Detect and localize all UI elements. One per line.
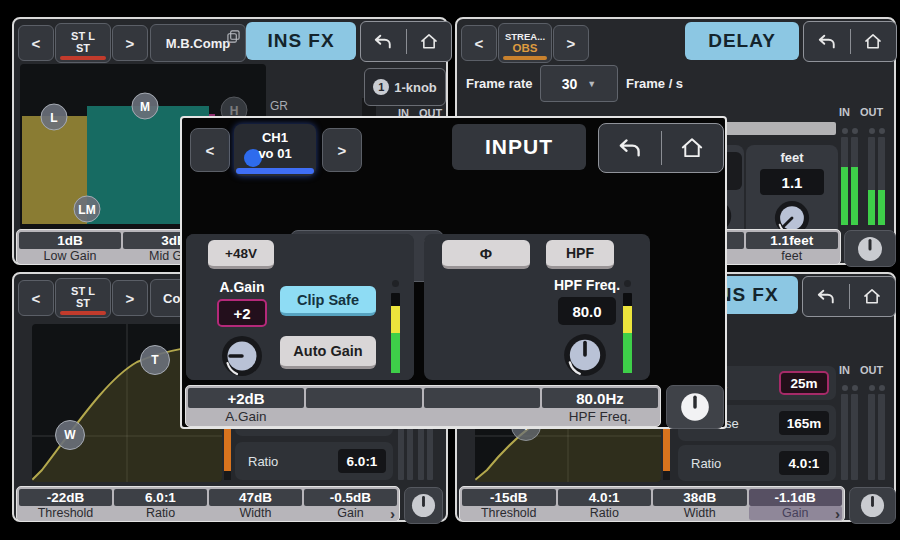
touch-knob-button[interactable] bbox=[849, 487, 896, 524]
frame-rate-dropdown[interactable]: 30 ▼ bbox=[540, 65, 618, 102]
preamp-section: +48V A.Gain +2 Clip Safe Auto Gain bbox=[186, 234, 414, 380]
param-label-gain: Gain bbox=[749, 506, 843, 520]
tab-underline-orange bbox=[503, 56, 547, 60]
fx-name-button[interactable]: M.B.Comp bbox=[150, 24, 246, 62]
back-button[interactable] bbox=[599, 124, 661, 172]
channel-tab[interactable]: ST L ST bbox=[55, 23, 111, 63]
knob-icon bbox=[411, 493, 436, 518]
next-channel-button[interactable]: > bbox=[112, 280, 148, 316]
param-label: HPF Freq. bbox=[542, 408, 658, 424]
again-knob[interactable] bbox=[220, 334, 264, 378]
out-meter bbox=[868, 394, 875, 480]
undo-arrow-icon bbox=[616, 137, 644, 160]
more-params-chevron-icon[interactable]: › bbox=[835, 507, 840, 520]
ratio-row-value[interactable]: 4.0:1 bbox=[779, 451, 829, 475]
feet-value-box[interactable]: 1.1 bbox=[760, 169, 824, 195]
prev-channel-button[interactable]: < bbox=[190, 128, 230, 172]
next-channel-button[interactable]: > bbox=[322, 128, 362, 172]
touch-knob-button[interactable] bbox=[844, 230, 896, 267]
lowmid-crossover-handle[interactable]: LM bbox=[74, 196, 101, 223]
param-summary-bar[interactable]: +2dB 80.0Hz A.Gain HPF Freq. bbox=[185, 385, 661, 427]
in-meter bbox=[851, 137, 858, 225]
meter-peak-dot bbox=[869, 385, 875, 391]
touch-knob-button[interactable] bbox=[404, 487, 443, 524]
back-home-group bbox=[360, 21, 452, 62]
undo-arrow-icon bbox=[815, 288, 837, 306]
param-label: Width bbox=[653, 506, 747, 520]
in-meter bbox=[841, 394, 848, 480]
channel-tab[interactable]: STREA... OBS bbox=[498, 23, 552, 63]
frame-unit-label: Frame / s bbox=[626, 76, 683, 91]
ratio-row-value[interactable]: 6.0:1 bbox=[338, 449, 386, 473]
param-value: 1dB bbox=[19, 232, 121, 249]
low-band-handle[interactable]: L bbox=[41, 104, 68, 131]
in-meter bbox=[851, 394, 858, 480]
prev-channel-button[interactable]: < bbox=[18, 280, 54, 316]
touch-knob-button[interactable] bbox=[666, 385, 724, 429]
param-value: 1.1feet bbox=[746, 232, 839, 249]
auto-gain-button[interactable]: Auto Gain bbox=[280, 336, 376, 369]
channel-select-button[interactable]: CH1 vo 01 bbox=[234, 124, 316, 176]
channel-tab-line2: OBS bbox=[513, 42, 538, 54]
again-label: A.Gain bbox=[210, 279, 274, 295]
home-button[interactable] bbox=[407, 22, 452, 61]
page-title-delay: DELAY bbox=[685, 22, 799, 60]
meter-peak-dot bbox=[879, 385, 885, 391]
threshold-handle[interactable]: T bbox=[140, 345, 170, 375]
channel-tab[interactable]: ST L ST bbox=[55, 278, 111, 318]
again-value-box[interactable]: +2 bbox=[217, 299, 267, 327]
dialog-title: INPUT bbox=[452, 124, 586, 170]
gr-label: GR bbox=[270, 99, 288, 113]
tab-underline-red bbox=[60, 56, 106, 60]
next-channel-button[interactable]: > bbox=[112, 25, 148, 61]
feet-label: feet bbox=[746, 150, 838, 165]
channel-selected-underline bbox=[236, 168, 314, 174]
channel-id: CH1 bbox=[234, 130, 316, 146]
mixer-screen: < ST L ST > M.B.Comp INS FX bbox=[0, 0, 900, 540]
back-button[interactable] bbox=[803, 277, 849, 316]
meter-peak-dot bbox=[624, 280, 631, 287]
fx-name-label: M.B.Comp bbox=[166, 36, 230, 51]
attack-row-value[interactable]: 25m bbox=[779, 371, 829, 395]
in-meter bbox=[841, 137, 848, 225]
channel-name: vo 01 bbox=[234, 146, 316, 162]
clip-safe-button[interactable]: Clip Safe bbox=[280, 286, 376, 316]
param-label: feet bbox=[746, 249, 839, 263]
more-params-chevron-icon[interactable]: › bbox=[390, 507, 395, 520]
home-button[interactable] bbox=[850, 277, 896, 316]
home-icon bbox=[679, 136, 705, 160]
prev-channel-button[interactable]: < bbox=[461, 25, 497, 61]
param-label: Width bbox=[209, 506, 302, 520]
next-channel-button[interactable]: > bbox=[553, 25, 589, 61]
hpf-freq-knob[interactable] bbox=[562, 332, 608, 378]
out-label: OUT bbox=[860, 106, 883, 118]
param-summary-bar[interactable]: -15dB 4.0:1 38dB -1.1dB Threshold Ratio … bbox=[459, 486, 845, 522]
hpf-button[interactable]: HPF bbox=[546, 240, 614, 269]
home-button[interactable] bbox=[851, 22, 897, 61]
param-value: +2dB bbox=[188, 388, 304, 408]
gr-meter-fill bbox=[224, 427, 231, 471]
param-label: Threshold bbox=[462, 506, 556, 520]
home-button[interactable] bbox=[662, 124, 724, 172]
one-icon: 1 bbox=[373, 79, 389, 95]
meter-peak-dot bbox=[842, 128, 848, 134]
back-home-group bbox=[803, 21, 897, 62]
prev-channel-button[interactable]: < bbox=[18, 25, 54, 61]
one-knob-label: 1-knob bbox=[394, 80, 437, 95]
gr-meter-fill bbox=[663, 427, 670, 471]
undo-arrow-icon bbox=[816, 33, 838, 51]
mid-band-handle[interactable]: M bbox=[132, 93, 159, 120]
width-handle[interactable]: W bbox=[55, 420, 85, 450]
back-button[interactable] bbox=[361, 22, 406, 61]
phase-button[interactable]: Φ bbox=[442, 240, 530, 269]
back-button[interactable] bbox=[804, 22, 850, 61]
input-level-meter bbox=[391, 293, 400, 373]
release-row-value[interactable]: 165m bbox=[779, 411, 829, 435]
phantom-48v-button[interactable]: +48V bbox=[208, 240, 274, 269]
param-summary-bar[interactable]: -22dB 6.0:1 47dB -0.5dB Threshold Ratio … bbox=[16, 486, 400, 522]
meter-peak-dot bbox=[852, 128, 858, 134]
hpf-freq-value-box[interactable]: 80.0 bbox=[558, 297, 616, 325]
frame-rate-value: 30 bbox=[562, 76, 578, 92]
param-value: 47dB bbox=[209, 489, 302, 506]
one-knob-button[interactable]: 1 1-knob bbox=[364, 68, 446, 106]
